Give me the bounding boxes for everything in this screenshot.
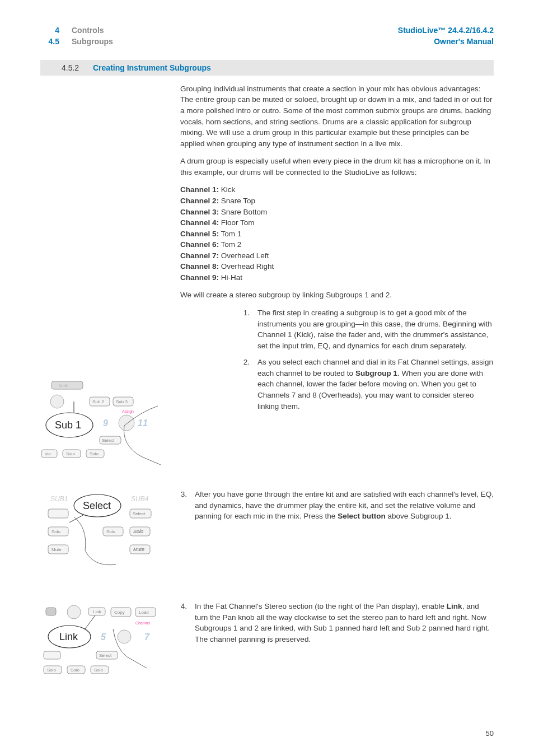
svg-text:Mute: Mute xyxy=(51,547,62,552)
svg-text:Select: Select xyxy=(102,438,115,443)
svg-text:Solo: Solo xyxy=(71,668,80,673)
step-text: The first step in creating a subgroup is… xyxy=(257,307,494,351)
intro-paragraph-2: A drum group is especially useful when e… xyxy=(180,156,494,178)
svg-text:Sub 2: Sub 2 xyxy=(92,399,104,404)
section-num: 4.5 xyxy=(40,36,59,47)
subsection-num: 4.5.2 xyxy=(62,62,79,73)
channel-item: Channel 6: Tom 2 xyxy=(180,239,494,250)
channel-item: Channel 9: Hi-Hat xyxy=(180,272,494,283)
svg-text:Select: Select xyxy=(133,511,146,516)
intro-paragraph-1: Grouping individual instruments that cre… xyxy=(180,83,494,149)
svg-text:Select: Select xyxy=(83,500,111,511)
doc-title: Owner's Manual xyxy=(398,36,494,47)
svg-rect-24 xyxy=(48,509,68,518)
svg-line-63 xyxy=(85,615,95,629)
svg-point-10 xyxy=(119,415,134,431)
page-header: 4 4.5 Controls Subgroups StudioLive™ 24.… xyxy=(40,25,494,48)
chapter-title: Controls xyxy=(72,25,113,36)
step-3: 3. After you have gone through the entir… xyxy=(177,489,494,522)
product-name: StudioLive™ 24.4.2/16.4.2 xyxy=(398,25,494,36)
svg-text:5: 5 xyxy=(101,632,106,642)
svg-text:Link: Link xyxy=(59,631,78,642)
svg-text:9: 9 xyxy=(103,418,108,428)
page-number: 50 xyxy=(486,729,494,739)
intro-paragraph-3: We will create a stereo subgroup by link… xyxy=(180,290,494,301)
svg-text:Solo: Solo xyxy=(94,668,104,673)
svg-text:Solo: Solo xyxy=(133,529,143,534)
channel-item: Channel 4: Floor Tom xyxy=(180,217,494,228)
channel-item: Channel 8: Overhead Right xyxy=(180,261,494,272)
svg-text:11: 11 xyxy=(138,418,148,428)
svg-text:SUB1: SUB1 xyxy=(50,495,68,503)
step-num: 3. xyxy=(177,489,187,522)
channel-item: Channel 3: Snare Bottom xyxy=(180,207,494,218)
svg-line-39 xyxy=(69,515,84,522)
svg-text:olo: olo xyxy=(45,451,51,456)
svg-rect-40 xyxy=(46,608,56,615)
svg-text:Solo: Solo xyxy=(51,529,61,534)
svg-text:Assign: Assign xyxy=(122,409,134,414)
svg-text:Solo: Solo xyxy=(90,451,99,456)
svg-text:Load: Load xyxy=(139,610,149,615)
svg-text:Select: Select xyxy=(99,653,112,658)
step-num: 2. xyxy=(240,357,250,412)
illustration-link-stereo: Link Copy Load Channel 5 7 Select Solo S… xyxy=(40,601,163,685)
svg-text:Solo: Solo xyxy=(66,451,76,456)
svg-point-2 xyxy=(50,395,64,408)
svg-point-41 xyxy=(67,605,81,619)
step-4: 4. In the Fat Channel's Stereo section (… xyxy=(177,601,494,645)
svg-text:Solo: Solo xyxy=(106,529,116,534)
step-text: In the Fat Channel's Stereo section (to … xyxy=(195,601,494,645)
channel-item: Channel 7: Overhead Left xyxy=(180,250,494,262)
svg-text:Mute: Mute xyxy=(133,547,144,552)
channel-item: Channel 2: Snare Top xyxy=(180,195,494,207)
section-heading-bar: 4.5.2 Creating Instrument Subgroups xyxy=(40,60,494,76)
step-text: After you have gone through the entire k… xyxy=(195,489,494,522)
svg-text:Copy: Copy xyxy=(114,610,125,615)
channel-item: Channel 1: Kick xyxy=(180,184,494,195)
svg-text:SUB4: SUB4 xyxy=(131,495,149,503)
subsection-title: Creating Instrument Subgroups xyxy=(93,62,211,73)
svg-text:7: 7 xyxy=(144,632,150,642)
illustration-select-subgroup: SUB1 SUB4 Select Solo Solo Solo Mute Mut… xyxy=(40,489,163,573)
channel-item: Channel 5: Tom 1 xyxy=(180,228,494,240)
step-2: 2. As you select each channel and dial i… xyxy=(240,357,494,412)
step-text: As you select each channel and dial in i… xyxy=(257,357,494,412)
svg-text:Limit: Limit xyxy=(59,384,68,388)
svg-rect-52 xyxy=(44,651,60,659)
header-right: StudioLive™ 24.4.2/16.4.2 Owner's Manual xyxy=(398,25,494,48)
step-1: 1. The first step in creating a subgroup… xyxy=(240,307,494,351)
svg-text:Sub 1: Sub 1 xyxy=(55,419,81,431)
channel-list: Channel 1: Kick Channel 2: Snare Top Cha… xyxy=(180,184,494,283)
step-num: 4. xyxy=(177,601,187,645)
section-title: Subgroups xyxy=(72,36,113,47)
svg-text:Solo: Solo xyxy=(47,668,57,673)
step-num: 1. xyxy=(240,307,250,351)
illustration-sub1-assign: Limit Sub 2 Sub 3 Assign 9 11 Select olo… xyxy=(40,378,163,468)
chapter-num: 4 xyxy=(40,25,59,36)
svg-text:Link: Link xyxy=(93,609,102,614)
svg-text:Channel: Channel xyxy=(135,621,151,625)
svg-point-51 xyxy=(118,630,131,643)
svg-text:Sub 3: Sub 3 xyxy=(116,399,128,404)
header-left: 4 4.5 Controls Subgroups xyxy=(40,25,113,48)
